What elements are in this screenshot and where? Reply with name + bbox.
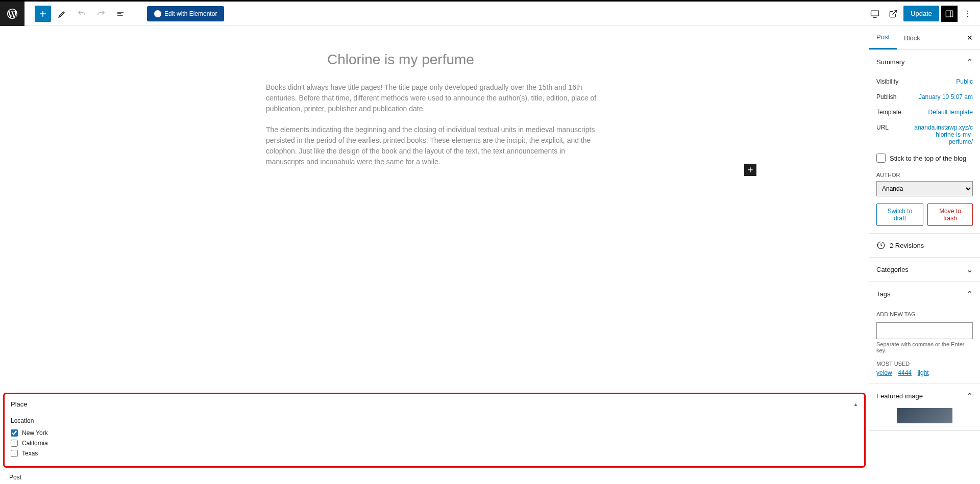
tag-link[interactable]: 4444 — [898, 369, 912, 376]
elementor-label: Edit with Elementor — [164, 10, 217, 17]
options-button[interactable] — [960, 6, 976, 22]
toolbar: Edit with Elementor Update — [0, 2, 980, 26]
revisions-link[interactable]: 2 Revisions — [869, 234, 980, 258]
tag-input[interactable] — [876, 322, 973, 339]
tab-block[interactable]: Block — [897, 26, 927, 49]
tag-link[interactable]: yelow — [876, 369, 892, 376]
tag-hint: Separate with commas or the Enter key. — [876, 341, 973, 353]
tags-panel: Tags ⌃ ADD NEW TAG Separate with commas … — [869, 282, 980, 384]
kebab-icon — [963, 9, 972, 18]
document-overview-button[interactable] — [112, 6, 129, 22]
location-checkbox-california[interactable] — [11, 440, 18, 447]
featured-image-thumbnail[interactable] — [897, 408, 952, 423]
elementor-icon — [154, 10, 161, 17]
summary-panel: Summary ⌃ VisibilityPublic PublishJanuar… — [869, 50, 980, 234]
url-label: URL — [876, 124, 889, 145]
author-label: AUTHOR — [876, 172, 973, 178]
publish-value[interactable]: January 10 5:07 am — [919, 93, 973, 100]
location-label-item[interactable]: New York — [22, 429, 48, 437]
summary-title: Summary — [876, 58, 905, 66]
undo-icon — [77, 9, 86, 18]
plus-icon — [746, 166, 754, 174]
plus-icon — [38, 9, 48, 19]
visibility-value[interactable]: Public — [956, 78, 973, 85]
redo-icon — [96, 9, 106, 18]
svg-rect-1 — [946, 11, 953, 17]
chevron-down-icon: ⌄ — [966, 265, 973, 274]
location-option: Texas — [11, 450, 858, 457]
close-sidebar-button[interactable]: ✕ — [960, 26, 980, 49]
visibility-label: Visibility — [876, 78, 898, 85]
external-icon — [889, 9, 898, 18]
paragraph-block[interactable]: The elements indicating the beginning an… — [266, 124, 603, 167]
tab-post[interactable]: Post — [869, 26, 897, 49]
view-button[interactable] — [867, 6, 883, 22]
location-option: California — [11, 440, 858, 447]
svg-point-4 — [967, 16, 968, 17]
tag-link[interactable]: light — [918, 369, 929, 376]
list-icon — [116, 9, 125, 18]
sticky-checkbox[interactable] — [876, 154, 886, 163]
featured-image-panel: Featured image ⌃ — [869, 384, 980, 431]
add-tag-label: ADD NEW TAG — [876, 311, 973, 317]
update-button[interactable]: Update — [903, 6, 939, 21]
switch-draft-button[interactable]: Switch to draft — [876, 203, 923, 226]
settings-sidebar: Post Block ✕ Summary ⌃ VisibilityPublic … — [869, 26, 980, 484]
sticky-label[interactable]: Stick to the top of the blog — [890, 155, 966, 162]
chevron-up-icon: ⌃ — [966, 391, 973, 401]
location-label-item[interactable]: Texas — [22, 450, 38, 457]
desktop-icon — [870, 9, 880, 19]
move-trash-button[interactable]: Move to trash — [927, 203, 973, 226]
svg-point-3 — [967, 13, 968, 14]
preview-button[interactable] — [885, 6, 901, 22]
add-block-inline-button[interactable] — [744, 164, 756, 176]
svg-rect-0 — [871, 11, 879, 16]
sidebar-icon — [945, 9, 954, 18]
summary-header[interactable]: Summary ⌃ — [869, 50, 980, 74]
post-title[interactable]: Chlorine is my perfume — [327, 52, 603, 68]
location-label-item[interactable]: California — [22, 440, 48, 447]
location-checkbox-newyork[interactable] — [11, 429, 18, 437]
featured-title: Featured image — [876, 392, 923, 400]
most-used-label: MOST USED — [876, 361, 973, 367]
location-option: New York — [11, 429, 858, 437]
paragraph-block[interactable]: Books didn't always have title pages! Th… — [266, 82, 603, 114]
footer-breadcrumb: Post — [0, 471, 869, 484]
edit-button[interactable] — [54, 6, 70, 22]
location-label: Location — [11, 417, 858, 424]
pencil-icon — [58, 9, 67, 18]
template-label: Template — [876, 109, 901, 116]
undo-button[interactable] — [74, 6, 90, 22]
tags-title: Tags — [876, 290, 890, 298]
revisions-text: 2 Revisions — [890, 242, 924, 249]
publish-label: Publish — [876, 93, 896, 100]
elementor-button[interactable]: Edit with Elementor — [147, 6, 224, 21]
featured-header[interactable]: Featured image ⌃ — [869, 384, 980, 408]
categories-header[interactable]: Categories ⌄ — [869, 258, 980, 282]
add-block-button[interactable] — [35, 6, 51, 22]
editor-canvas: Chlorine is my perfume Books didn't alwa… — [0, 26, 869, 484]
place-collapse-toggle[interactable]: ▲ — [853, 402, 858, 407]
url-value[interactable]: ananda.instawp.xyz/chlorine-is-my-perfum… — [912, 124, 973, 145]
chevron-up-icon: ⌃ — [966, 57, 973, 67]
author-select[interactable]: Ananda — [876, 181, 973, 196]
tags-header[interactable]: Tags ⌃ — [869, 282, 980, 306]
settings-toggle-button[interactable] — [941, 6, 958, 22]
wordpress-icon — [6, 8, 18, 20]
categories-panel: Categories ⌄ — [869, 258, 980, 282]
redo-button[interactable] — [93, 6, 109, 22]
svg-point-2 — [967, 10, 968, 11]
template-value[interactable]: Default template — [928, 109, 973, 116]
location-checkbox-texas[interactable] — [11, 450, 18, 457]
wordpress-logo[interactable] — [0, 2, 24, 26]
categories-title: Categories — [876, 266, 909, 273]
place-metabox: Place ▲ Location New York California Tex… — [3, 393, 866, 468]
place-title: Place — [11, 400, 28, 408]
history-icon — [876, 241, 886, 250]
chevron-up-icon: ⌃ — [966, 289, 973, 299]
